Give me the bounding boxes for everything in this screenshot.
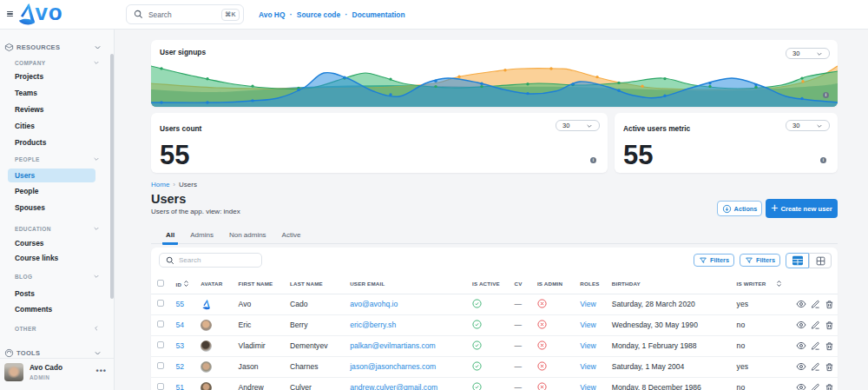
svg-text:vo: vo [36,3,63,25]
